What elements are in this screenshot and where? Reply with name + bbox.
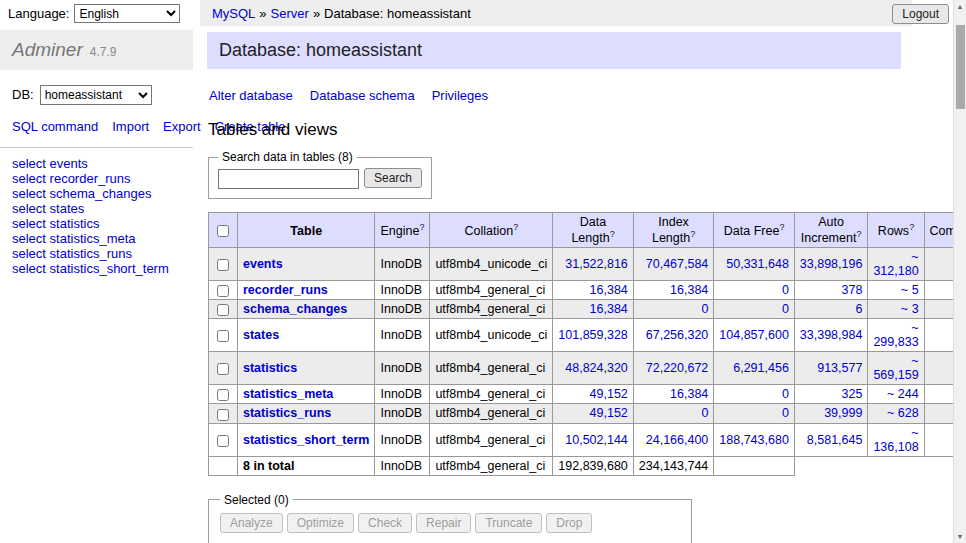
row-checkbox[interactable] <box>217 330 229 342</box>
help-icon[interactable]: ? <box>779 222 784 232</box>
drop-button[interactable]: Drop <box>546 513 592 533</box>
sidebar-link-sql-command[interactable]: SQL command <box>12 119 98 134</box>
rows-link[interactable]: ~ 3 <box>901 302 919 316</box>
adminer-brand-link[interactable]: Adminer <box>12 39 83 60</box>
sidebar-item-select-statistics-short-term[interactable]: select statistics_short_term <box>12 261 181 276</box>
data-length-link[interactable]: 16,384 <box>590 302 628 316</box>
sidebar-link-export[interactable]: Export <box>163 119 201 134</box>
sidebar-link-import[interactable]: Import <box>112 119 149 134</box>
scrollbar-thumb[interactable] <box>956 25 965 109</box>
data-free-link[interactable]: 104,857,600 <box>719 328 789 342</box>
help-icon[interactable]: ? <box>690 229 695 239</box>
data-free-link[interactable]: 0 <box>782 387 789 401</box>
table-link[interactable]: states <box>243 328 279 342</box>
rows-link[interactable]: ~ 244 <box>887 387 919 401</box>
breadcrumb-link-mysql[interactable]: MySQL <box>212 6 255 21</box>
auto-increment-link[interactable]: 33,898,196 <box>800 257 863 271</box>
db-select[interactable]: homeassistant <box>40 85 152 105</box>
scrollbar-up-arrow-icon[interactable]: ▲ <box>954 0 966 13</box>
index-length-link[interactable]: 24,166,400 <box>646 433 709 447</box>
index-length-link[interactable]: 72,220,672 <box>646 361 709 375</box>
row-checkbox[interactable] <box>217 285 229 297</box>
help-icon[interactable]: ? <box>909 222 914 232</box>
breadcrumb-link-server[interactable]: Server <box>271 6 309 21</box>
selected-buttons-row: AnalyzeOptimizeCheckRepairTruncateDrop <box>220 513 680 533</box>
sidebar-item-select-statistics-meta[interactable]: select statistics_meta <box>12 231 181 246</box>
row-checkbox[interactable] <box>217 435 229 447</box>
auto-increment-link[interactable]: 8,581,645 <box>807 433 863 447</box>
repair-button[interactable]: Repair <box>416 513 471 533</box>
index-length-link[interactable]: 70,467,584 <box>646 257 709 271</box>
data-length-link[interactable]: 10,502,144 <box>565 433 628 447</box>
scrollbar-down-arrow-icon[interactable]: ▼ <box>954 530 966 543</box>
table-link[interactable]: schema_changes <box>243 302 347 316</box>
privileges-link[interactable]: Privileges <box>432 88 488 103</box>
row-checkbox[interactable] <box>217 389 229 401</box>
data-free-link[interactable]: 6,291,456 <box>733 361 789 375</box>
rows-link[interactable]: ~ 569,159 <box>873 354 918 382</box>
table-link[interactable]: statistics_runs <box>243 406 331 420</box>
engine-cell: InnoDB <box>375 456 430 475</box>
row-checkbox[interactable] <box>217 304 229 316</box>
index-length-link[interactable]: 0 <box>701 406 708 420</box>
table-link[interactable]: events <box>243 257 283 271</box>
help-icon[interactable]: ? <box>610 229 615 239</box>
language-select[interactable]: English <box>74 4 180 23</box>
database-schema-link[interactable]: Database schema <box>310 88 415 103</box>
table-link[interactable]: recorder_runs <box>243 283 328 297</box>
auto-increment-link[interactable]: 913,577 <box>817 361 862 375</box>
table-link[interactable]: statistics_short_term <box>243 433 369 447</box>
data-length-link[interactable]: 16,384 <box>590 283 628 297</box>
search-input[interactable] <box>218 169 359 189</box>
sidebar-item-select-states[interactable]: select states <box>12 201 181 216</box>
data-length-link[interactable]: 49,152 <box>590 387 628 401</box>
auto-increment-link[interactable]: 6 <box>855 302 862 316</box>
auto-increment-link[interactable]: 33,398,984 <box>800 328 863 342</box>
check-button[interactable]: Check <box>358 513 412 533</box>
optimize-button[interactable]: Optimize <box>287 513 354 533</box>
select-all-checkbox[interactable] <box>217 225 229 237</box>
data-length-link[interactable]: 48,824,320 <box>565 361 628 375</box>
sidebar-item-select-events[interactable]: select events <box>12 156 181 171</box>
data-free-link[interactable]: 50,331,648 <box>726 257 789 271</box>
truncate-button[interactable]: Truncate <box>475 513 542 533</box>
vertical-scrollbar[interactable]: ▲ ▼ <box>953 0 966 543</box>
table-link[interactable]: statistics <box>243 361 297 375</box>
row-checkbox[interactable] <box>217 409 229 421</box>
row-checkbox[interactable] <box>217 363 229 375</box>
index-length-link[interactable]: 16,384 <box>670 387 708 401</box>
index-length-link[interactable]: 16,384 <box>670 283 708 297</box>
auto-increment-link[interactable]: 378 <box>842 283 863 297</box>
data-length-link[interactable]: 49,152 <box>590 406 628 420</box>
row-checkbox[interactable] <box>217 259 229 271</box>
rows-link[interactable]: ~ 5 <box>901 283 919 297</box>
alter-database-link[interactable]: Alter database <box>209 88 293 103</box>
rows-link[interactable]: ~ 312,180 <box>873 250 918 278</box>
sidebar-item-select-statistics-runs[interactable]: select statistics_runs <box>12 246 181 261</box>
help-icon[interactable]: ? <box>856 229 861 239</box>
rows-link[interactable]: ~ 628 <box>887 406 919 420</box>
index-length-link[interactable]: 0 <box>701 302 708 316</box>
data-free-link[interactable]: 0 <box>782 283 789 297</box>
table-link[interactable]: statistics_meta <box>243 387 333 401</box>
auto-increment-link[interactable]: 39,999 <box>824 406 862 420</box>
analyze-button[interactable]: Analyze <box>220 513 283 533</box>
search-legend: Search data in tables (8) <box>218 150 357 164</box>
index-length-link[interactable]: 67,256,320 <box>646 328 709 342</box>
help-icon[interactable]: ? <box>513 222 518 232</box>
help-icon[interactable]: ? <box>419 222 424 232</box>
sidebar-item-select-schema-changes[interactable]: select schema_changes <box>12 186 181 201</box>
data-free-link[interactable]: 0 <box>782 406 789 420</box>
data-length-link[interactable]: 31,522,816 <box>565 257 628 271</box>
logout-button[interactable]: Logout <box>892 4 949 24</box>
data-free-link[interactable]: 0 <box>782 302 789 316</box>
sidebar-item-select-statistics[interactable]: select statistics <box>12 216 181 231</box>
sidebar-item-select-recorder-runs[interactable]: select recorder_runs <box>12 171 181 186</box>
rows-link[interactable]: ~ 299,833 <box>873 321 918 349</box>
rows-link[interactable]: ~ 136,108 <box>873 426 918 454</box>
tables-and-views-heading: Tables and views <box>208 120 901 140</box>
data-length-link[interactable]: 101,859,328 <box>558 328 628 342</box>
auto-increment-link[interactable]: 325 <box>842 387 863 401</box>
data-free-link[interactable]: 188,743,680 <box>719 433 789 447</box>
search-button[interactable]: Search <box>364 168 422 188</box>
